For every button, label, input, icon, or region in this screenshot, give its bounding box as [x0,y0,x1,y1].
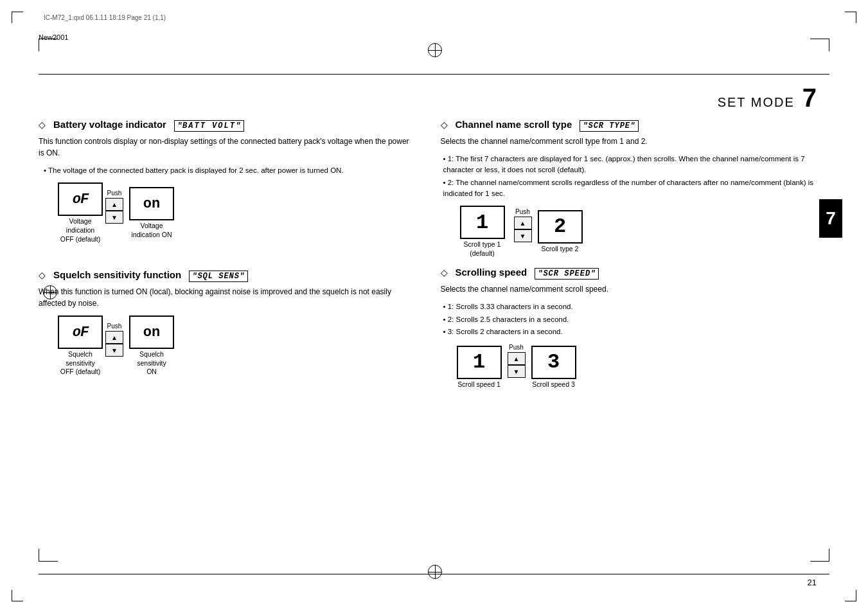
channel-title: Channel name scroll type [456,119,572,130]
channel-lcd2-char: 2 [554,215,566,238]
set-mode-header: SET MODE 7 [718,84,817,112]
squelch-code: "SQL SENS" [189,271,248,282]
scrolling-arrow-down[interactable]: ▼ [508,365,526,378]
scrolling-display1: 1 Scroll speed 1 [454,346,505,389]
page-number: 21 [808,578,817,587]
squelch-lcd2-char: on [143,324,160,341]
battery-section: ◇ Battery voltage indicator "BATT VOLT" … [39,119,415,244]
set-mode-number: 7 [802,84,817,112]
scrolling-bullet2: • 2: Scrolls 2.5 characters in a second. [443,314,817,325]
corner-mark-tr [845,12,856,23]
battery-lcd2: on [129,187,174,220]
squelch-arrow-down[interactable]: ▼ [105,344,123,357]
squelch-lcd1: oF [58,315,103,349]
channel-push-label: Push [515,208,530,215]
battery-display1: oF Voltage indicationOFF (default) [58,182,103,244]
battery-lcd1-label: Voltage indicationOFF (default) [58,217,103,244]
scrolling-push-label: Push [509,344,524,351]
content-area: ◇ Battery voltage indicator "BATT VOLT" … [39,119,817,391]
squelch-section: ◇ Squelch sensitivity function "SQL SENS… [39,269,415,377]
battery-display2: on Voltage indication ON [126,187,177,239]
channel-display2: 2 Scroll type 2 [535,210,586,254]
left-column: ◇ Battery voltage indicator "BATT VOLT" … [39,119,415,391]
watermark-label: New2001 [39,33,68,41]
page: IC-M72_1.qxd 06.1.11 18:19 Page 21 (1,1)… [0,0,868,613]
scrolling-display-row: 1 Scroll speed 1 Push ▲ ▼ 3 [454,344,817,391]
battery-arrow-down[interactable]: ▼ [105,211,123,224]
short-vline-br [829,549,829,562]
squelch-display2: on Squelch sensitivityON [126,315,177,377]
squelch-arrow-up[interactable]: ▲ [105,331,123,344]
channel-display1: 1 Scroll type 1 (default) [454,206,511,258]
squelch-push-arrows: Push ▲ ▼ [105,323,123,357]
squelch-display1: oF Squelch sensitivityOFF (default) [58,315,103,377]
scrolling-body: Selects the channel name/comment scroll … [441,283,817,295]
file-info: IC-M72_1.qxd 06.1.11 18:19 Page 21 (1,1) [44,14,166,21]
scrolling-code: "SCR SPEED" [535,268,599,280]
channel-lcd2: 2 [538,210,583,244]
scrolling-heading: ◇ Scrolling speed "SCR SPEED" [441,267,817,280]
squelch-lcd1-label: Squelch sensitivityOFF (default) [58,350,103,377]
channel-arrow-down[interactable]: ▼ [514,229,532,242]
channel-push-arrows: Push ▲ ▼ [514,208,532,242]
battery-heading: ◇ Battery voltage indicator "BATT VOLT" [39,119,415,132]
bottom-divider-line [39,574,829,574]
squelch-heading: ◇ Squelch sensitivity function "SQL SENS… [39,269,415,282]
battery-lcd1-char: oF [73,191,88,208]
scrolling-speed-section: ◇ Scrolling speed "SCR SPEED" Selects th… [441,267,817,391]
squelch-lcd2-label: Squelch sensitivityON [126,350,177,377]
battery-display-row: oF Voltage indicationOFF (default) Push … [58,182,415,244]
scrolling-lcd2-label: Scroll speed 3 [528,380,580,389]
channel-lcd1-label: Scroll type 1 (default) [454,240,511,258]
scrolling-arrow-up[interactable]: ▲ [508,352,526,365]
corner-mark-tl [12,12,23,23]
short-vline-bl [39,549,39,562]
battery-push-arrows: Push ▲ ▼ [105,190,123,224]
squelch-title: Squelch sensitivity function [53,269,181,280]
battery-arrow-up[interactable]: ▲ [105,198,123,211]
side-tab-number: 7 [826,208,836,229]
battery-body: This function controls display or non-di… [39,136,415,159]
squelch-body: When this function is turned ON (local),… [39,286,415,309]
battery-diamond-icon: ◇ [39,120,46,130]
top-divider-line [39,74,829,75]
battery-code: "BATT VOLT" [174,120,244,132]
scrolling-lcd1-char: 1 [473,350,485,374]
scrolling-display2: 3 Scroll speed 3 [528,346,580,389]
side-tab: 7 [819,199,842,238]
battery-lcd2-char: on [143,196,160,212]
battery-push-label: Push [107,190,122,197]
channel-bullet1: • 1: The first 7 characters are displaye… [443,154,817,176]
channel-lcd1-char: 1 [476,211,488,235]
channel-scroll-section: ◇ Channel name scroll type "SCR TYPE" Se… [441,119,817,258]
right-column: ◇ Channel name scroll type "SCR TYPE" Se… [441,119,817,391]
scrolling-diamond-icon: ◇ [441,267,448,278]
scrolling-bullet1: • 1: Scrolls 3.33 characters in a second… [443,301,817,312]
channel-arrow-up[interactable]: ▲ [514,217,532,229]
channel-display-row: 1 Scroll type 1 (default) Push ▲ ▼ 2 [454,206,817,258]
channel-bullet2: • 2: The channel name/comment scrolls re… [443,177,817,200]
short-line-br [810,561,829,562]
battery-lcd1: oF [58,182,103,216]
set-mode-text: SET MODE [718,95,795,110]
corner-mark-bl [12,590,23,601]
scrolling-lcd2: 3 [531,346,576,379]
short-line-tr [810,39,829,39]
scrolling-lcd1: 1 [457,346,502,379]
corner-mark-br [845,590,856,601]
scrolling-title: Scrolling speed [456,267,527,278]
squelch-lcd1-char: oF [73,324,88,341]
battery-title: Battery voltage indicator [53,119,166,130]
scrolling-lcd1-label: Scroll speed 1 [454,380,505,389]
two-column-layout: ◇ Battery voltage indicator "BATT VOLT" … [39,119,817,391]
battery-bullet: • The voltage of the connected battery p… [44,165,415,176]
squelch-lcd2: on [129,315,174,349]
channel-body: Selects the channel name/comment scroll … [441,136,817,147]
battery-lcd2-label: Voltage indication ON [126,222,177,239]
scrolling-lcd2-char: 3 [547,350,560,374]
scrolling-bullet3: • 3: Scrolls 2 characters in a second. [443,326,817,337]
squelch-display-row: oF Squelch sensitivityOFF (default) Push… [58,315,415,377]
scrolling-push-arrows: Push ▲ ▼ [508,344,526,378]
channel-diamond-icon: ◇ [441,120,448,130]
channel-heading: ◇ Channel name scroll type "SCR TYPE" [441,119,817,132]
